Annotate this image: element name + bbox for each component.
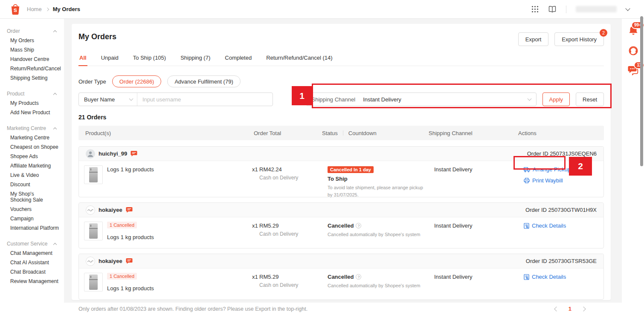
sidebar-item-add-new-product[interactable]: Add New Product [0,108,64,117]
order-id: Order ID 250730GTW01H9X [525,207,597,213]
sidebar-section-order-header[interactable]: Order [0,26,64,36]
order-status: Cancelled [328,222,434,229]
buyer-username[interactable]: huichyi_99 [99,150,127,157]
tab-shipping[interactable]: Shipping (7) [180,51,211,66]
status-cell: Cancelled Cancelled automatically by Sho… [328,273,434,289]
buyer-search-combo: Buyer Name [78,92,273,106]
chevron-down-icon [129,97,133,101]
buyer-avatar [86,257,95,266]
column-actions: Actions [518,130,604,136]
sidebar-item-affiliate-marketing[interactable]: Affiliate Marketing [0,161,64,170]
book-icon[interactable] [548,6,557,13]
shipping-channel-cell: Instant Delivery [434,166,524,173]
sidebar-item-marketing-centre[interactable]: Marketing Centre [0,133,64,142]
sidebar-item-shocking-sale[interactable]: My Shop's Shocking Sale [0,189,55,205]
column-order-total: Order Total [254,130,322,136]
sidebar-item-shipping-setting[interactable]: Shipping Setting [0,73,64,83]
sidebar-item-return-refund-cancel[interactable]: Return/Refund/Cancel [0,64,64,73]
buyer-chat-icon[interactable] [131,150,137,157]
order-total: RM5.29 [259,222,328,229]
shipping-filter-group: Shipping Channel Instant Delivery Apply … [306,92,604,106]
column-divider [343,130,343,136]
product-thumbnail [84,273,103,292]
product-name: Logs 1 kg products [107,234,154,240]
sidebar-item-mass-ship[interactable]: Mass Ship [0,45,64,55]
shopee-logo-icon[interactable]: S [9,3,21,15]
order-row: huichyi_99 Order ID 250731JS0EQEN6 Logs … [78,146,604,197]
next-page-icon[interactable] [581,306,586,311]
sidebar-item-chat-ai-assistant[interactable]: Chat AI Assistant [0,258,64,267]
annotation-step-1: 1 [292,86,312,105]
buyer-chat-icon[interactable] [126,258,133,264]
export-history-button[interactable]: Export History 2 [554,32,604,46]
tab-to-ship[interactable]: To Ship (105) [132,51,167,66]
fridge-image [89,167,98,182]
sidebar-item-discount[interactable]: Discount [0,180,64,189]
sidebar-item-cheapest-on-shopee[interactable]: Cheapest on Shopee [0,142,64,152]
arrange-pickup-link[interactable]: Arrange Pickup [524,166,571,173]
reset-button[interactable]: Reset [576,92,604,106]
buyer-field-select[interactable]: Buyer Name [79,96,137,103]
sidebar-item-handover-centre[interactable]: Handover Centre [0,55,64,64]
check-details-link[interactable]: Check Details [524,222,566,229]
sidebar-section-marketing-header[interactable]: Marketing Centre [0,124,64,133]
filter-row: Buyer Name Shipping Channel Instant Deli… [78,92,604,106]
status-note: Cancelled automatically by Shopee's syst… [328,282,428,289]
column-products: Product(s) [78,130,240,136]
buyer-username[interactable]: hokaiyee [99,258,122,264]
sidebar-section-customer-service-header[interactable]: Customer Service [0,239,64,248]
sidebar-section-product-header[interactable]: Product [0,89,64,98]
support-headset-icon[interactable] [628,45,639,56]
buyer-username[interactable]: hokaiyee [99,207,122,213]
quantity: x1 [245,222,259,229]
sidebar-item-my-products[interactable]: My Products [0,98,64,108]
tab-all[interactable]: All [78,51,87,66]
buyer-username-input[interactable] [137,96,273,103]
sidebar-section-product: Product My Products Add New Product [0,89,64,117]
tooltip-question-icon[interactable] [356,223,361,228]
print-waybill-link[interactable]: Print Waybill [524,177,563,184]
actions-cell: Check Details [524,273,603,280]
notification-bell-icon[interactable]: 99+ [627,25,639,37]
order-total: RM42.24 [259,166,328,173]
sidebar-item-international-platform[interactable]: International Platform [0,223,64,233]
scrollbar-thumb[interactable] [640,16,643,166]
sidebar-item-campaign[interactable]: Campaign [0,214,64,223]
chat-bubbles-icon[interactable]: 11 [627,65,639,76]
order-row: hokaiyee Order ID 250730GTW01H9X 1 Cance… [78,202,604,248]
tooltip-question-icon[interactable] [356,274,361,280]
current-page[interactable]: 1 [569,306,571,312]
shipping-channel-select[interactable]: Shipping Channel Instant Delivery [306,92,537,106]
fridge-image [89,223,98,239]
order-total-cell: RM5.29 Cash on Delivery [259,222,328,237]
order-row-body: 1 Cancelled Logs 1 kg products x1 RM5.29… [79,269,603,299]
check-details-link[interactable]: Check Details [524,274,566,280]
check-details-label: Check Details [532,274,566,280]
account-chevron-down-icon[interactable] [625,6,630,11]
order-type-advance-fulfilment-pill[interactable]: Advance Fulfilment (79) [167,75,240,87]
apps-grid-icon[interactable] [531,6,539,13]
tab-return-refund-cancel[interactable]: Return/Refund/Cancel (14) [265,51,333,66]
sidebar-item-chat-broadcast[interactable]: Chat Broadcast [0,267,64,277]
tab-completed[interactable]: Completed [224,51,252,66]
tab-unpaid[interactable]: Unpaid [100,51,119,66]
column-status: Status [322,130,338,136]
export-button[interactable]: Export [518,32,549,46]
sidebar-item-shopee-ads[interactable]: Shopee Ads [0,152,64,161]
prev-page-icon[interactable] [554,306,559,311]
check-details-label: Check Details [532,222,566,229]
sidebar-item-review-management[interactable]: Review Management [0,277,64,286]
quantity: x1 [245,166,259,173]
breadcrumb-home[interactable]: Home [27,6,42,12]
order-type-label: Order Type [78,78,106,85]
sidebar-item-vouchers[interactable]: Vouchers [0,205,64,214]
order-type-order-pill[interactable]: Order (22686) [112,75,162,87]
sidebar-item-live-video[interactable]: Live & Video [0,170,64,180]
order-row-header: hokaiyee Order ID 250730GTW01H9X [79,203,603,217]
sidebar-item-my-orders[interactable]: My Orders [0,36,64,45]
order-type-row: Order Type Order (22686) Advance Fulfilm… [78,75,604,87]
sidebar-item-chat-management[interactable]: Chat Management [0,248,64,258]
apply-button[interactable]: Apply [542,92,570,106]
buyer-chat-icon[interactable] [126,207,133,213]
order-status: To Ship [328,176,434,182]
